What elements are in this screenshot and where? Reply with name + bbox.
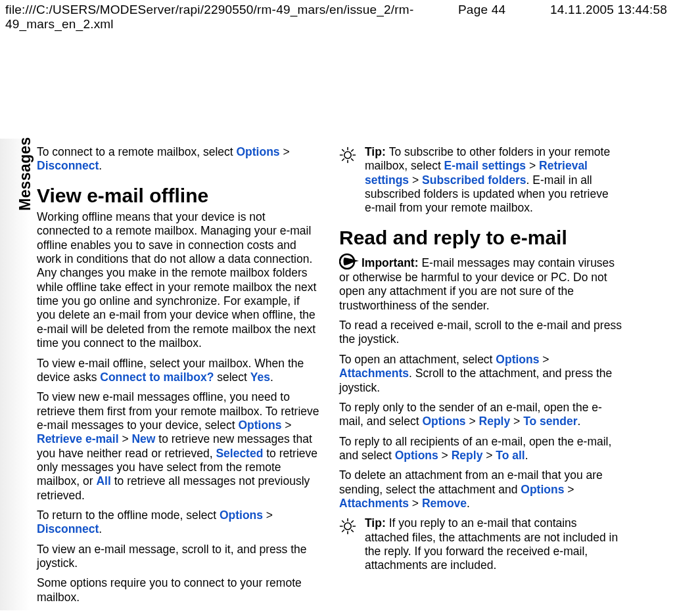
text: > <box>526 159 539 172</box>
link-connect-to-mailbox: Connect to mailbox? <box>100 371 214 384</box>
link-subscribed-folders: Subscribed folders <box>422 173 526 187</box>
link-attachments: Attachments <box>339 497 409 510</box>
content-columns: To connect to a remote mailbox, select O… <box>37 145 642 610</box>
link-attachments: Attachments <box>339 367 409 380</box>
page-spine: Messages 44 <box>0 145 37 610</box>
section-label: Messages <box>16 137 34 210</box>
text: > <box>263 509 273 522</box>
link-reply: Reply <box>452 449 483 462</box>
link-to-all: To all <box>496 449 525 462</box>
link-remove: Remove <box>422 497 467 510</box>
lightbulb-icon <box>339 516 358 572</box>
tip-label: Tip: <box>365 145 389 158</box>
text: > <box>510 415 523 428</box>
text: . <box>525 449 528 462</box>
paragraph: Working offline means that your device i… <box>37 210 319 350</box>
text: . <box>577 415 580 428</box>
lightbulb-icon <box>339 145 358 215</box>
paragraph: To connect to a remote mailbox, select O… <box>37 145 319 173</box>
text: > <box>280 145 290 158</box>
tip-block: Tip: If you reply to an e-mail that cont… <box>339 516 622 572</box>
text: > <box>409 173 422 187</box>
paragraph: To reply to all recipients of an e-mail,… <box>339 435 622 463</box>
text: > <box>539 353 549 366</box>
tip-body: Tip: To subscribe to other folders in yo… <box>365 145 622 215</box>
link-options: Options <box>422 415 465 428</box>
text: > <box>466 415 479 428</box>
svg-point-0 <box>344 152 351 158</box>
text: > <box>564 483 574 496</box>
paragraph: To view new e-mail messages offline, you… <box>37 390 319 503</box>
svg-line-7 <box>342 159 344 161</box>
header-path: file:///C:/USERS/MODEServer/rapi/2290550… <box>5 3 458 32</box>
link-yes: Yes <box>250 371 270 384</box>
svg-line-8 <box>352 150 354 152</box>
tip-label: Tip: <box>365 516 389 530</box>
paragraph: To delete an attachment from an e-mail t… <box>339 468 622 510</box>
paragraph: To view an e-mail message, scroll to it,… <box>37 543 319 571</box>
right-column: Tip: To subscribe to other folders in yo… <box>339 145 622 610</box>
link-new: New <box>131 432 155 445</box>
paragraph: To reply only to the sender of an e-mail… <box>339 401 622 429</box>
important-label: Important: <box>362 256 421 269</box>
important-block: Important: E-mail messages may contain v… <box>339 252 622 313</box>
paragraph: Some options require you to connect to y… <box>37 576 319 604</box>
link-retrieve-email: Retrieve e-mail <box>37 432 119 445</box>
link-disconnect: Disconnect <box>37 522 99 535</box>
svg-line-6 <box>352 159 354 161</box>
text: . <box>467 497 470 510</box>
svg-line-18 <box>352 521 354 523</box>
page-body: Messages 44 To connect to a remote mailb… <box>0 145 700 610</box>
link-disconnect: Disconnect <box>37 159 99 172</box>
heading-view-offline: View e-mail offline <box>37 185 319 206</box>
tip-block: Tip: To subscribe to other folders in yo… <box>339 145 622 215</box>
link-selected: Selected <box>216 447 263 460</box>
link-options: Options <box>236 145 279 158</box>
text: > <box>482 449 496 462</box>
text: > <box>409 497 422 510</box>
heading-read-reply: Read and reply to e-mail <box>339 227 622 248</box>
tip-body: Tip: If you reply to an e-mail that cont… <box>365 516 622 572</box>
important-icon <box>339 252 360 271</box>
paragraph: To return to the offline mode, select Op… <box>37 509 319 537</box>
text: > <box>438 449 452 462</box>
text: select <box>214 371 250 384</box>
tip-text: If you reply to an e-mail that contains … <box>365 516 618 572</box>
text: To open an attachment, select <box>339 353 496 366</box>
print-header: file:///C:/USERS/MODEServer/rapi/2290550… <box>0 0 700 37</box>
paragraph: To open an attachment, select Options > … <box>339 353 622 395</box>
link-email-settings: E-mail settings <box>444 159 526 172</box>
link-to-sender: To sender <box>523 415 577 428</box>
link-options: Options <box>220 509 263 522</box>
header-page: Page 44 <box>458 3 550 32</box>
svg-line-16 <box>352 530 354 532</box>
link-reply: Reply <box>479 415 511 428</box>
text: To return to the offline mode, select <box>37 509 220 522</box>
svg-line-5 <box>342 150 344 152</box>
link-all: All <box>96 474 110 487</box>
link-options: Options <box>395 449 438 462</box>
paragraph: To view e-mail offline, select your mail… <box>37 357 319 385</box>
text: > <box>119 432 132 445</box>
link-options: Options <box>521 483 564 496</box>
svg-point-10 <box>344 523 351 530</box>
text: To connect to a remote mailbox, select <box>37 145 236 158</box>
paragraph: To read a received e-mail, scroll to the… <box>339 319 622 347</box>
left-column: To connect to a remote mailbox, select O… <box>37 145 319 610</box>
text: . <box>270 371 273 384</box>
text: . <box>99 159 102 172</box>
text: . <box>99 522 102 535</box>
header-datetime: 14.11.2005 13:44:58 <box>550 3 695 32</box>
link-options: Options <box>238 419 281 432</box>
svg-line-17 <box>342 530 344 532</box>
svg-line-15 <box>342 521 344 523</box>
text: > <box>282 419 292 432</box>
link-options: Options <box>496 353 539 366</box>
